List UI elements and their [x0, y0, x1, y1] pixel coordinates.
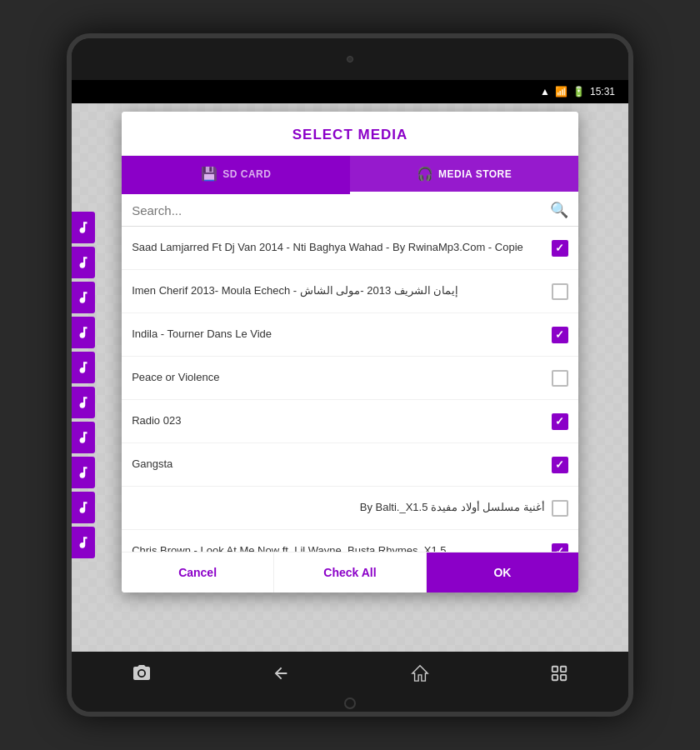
track-list: Saad Lamjarred Ft Dj Van 2014 - Nti Bagh…	[122, 227, 578, 552]
battery-icon: 🔋	[572, 86, 585, 98]
svg-rect-3	[552, 675, 557, 680]
track-checkbox[interactable]	[552, 413, 568, 430]
track-checkbox[interactable]	[552, 240, 568, 257]
track-name: Saad Lamjarred Ft Dj Van 2014 - Nti Bagh…	[132, 240, 545, 255]
time-display: 15:31	[590, 86, 615, 98]
svg-rect-1	[552, 667, 557, 672]
track-checkbox[interactable]	[552, 283, 568, 300]
track-list-item[interactable]: أغنية مسلسل أولاد مفيدة By Balti._X1.5	[122, 487, 578, 530]
track-list-item[interactable]: Gangsta	[122, 443, 578, 487]
tablet-top-bar	[72, 38, 628, 80]
track-checkbox[interactable]	[552, 327, 568, 343]
track-name: Gangsta	[132, 457, 545, 472]
home-nav-button[interactable]	[407, 660, 433, 687]
screen: SELECT MEDIA 💾 SD CARD 🎧 MEDIA STORE 🔍	[72, 103, 628, 652]
track-list-item[interactable]: Saad Lamjarred Ft Dj Van 2014 - Nti Bagh…	[122, 227, 578, 270]
track-checkbox[interactable]	[552, 370, 568, 387]
track-list-item[interactable]: Imen Cherif 2013- Moula Echech - إيمان ا…	[122, 270, 578, 313]
track-name: أغنية مسلسل أولاد مفيدة By Balti._X1.5	[132, 500, 545, 515]
ok-button[interactable]: OK	[427, 552, 578, 592]
wifi-icon: ▲	[540, 86, 550, 98]
tab-sd-card-label: SD CARD	[222, 168, 271, 180]
dialog-footer: Cancel Check All OK	[122, 552, 578, 592]
navigation-bar	[72, 652, 628, 695]
search-bar: 🔍	[122, 194, 578, 227]
bottom-home-circle	[344, 698, 356, 709]
track-name: Imen Cherif 2013- Moula Echech - إيمان ا…	[132, 283, 545, 298]
headphones-icon: 🎧	[417, 166, 434, 182]
select-media-dialog: SELECT MEDIA 💾 SD CARD 🎧 MEDIA STORE 🔍	[122, 112, 578, 592]
tab-sd-card[interactable]: 💾 SD CARD	[122, 156, 350, 194]
track-list-item[interactable]: Indila - Tourner Dans Le Vide	[122, 313, 578, 357]
check-all-button[interactable]: Check All	[274, 552, 427, 592]
tablet-bottom-bar	[72, 695, 628, 712]
front-camera	[347, 56, 353, 62]
tablet-device: ▲ 📶 🔋 15:31	[67, 33, 633, 717]
track-name: Indila - Tourner Dans Le Vide	[132, 327, 545, 342]
search-magnify-icon[interactable]: 🔍	[550, 201, 568, 219]
cancel-button[interactable]: Cancel	[122, 552, 274, 592]
track-list-item[interactable]: Radio 023	[122, 400, 578, 443]
tab-bar: 💾 SD CARD 🎧 MEDIA STORE	[122, 156, 578, 194]
track-name: Chris Brown - Look At Me Now ft. Lil Way…	[132, 543, 545, 552]
svg-marker-0	[412, 666, 427, 681]
dialog-overlay: SELECT MEDIA 💾 SD CARD 🎧 MEDIA STORE 🔍	[72, 103, 628, 652]
status-icons: ▲ 📶 🔋 15:31	[540, 86, 615, 98]
track-checkbox[interactable]	[552, 543, 568, 552]
dialog-title: SELECT MEDIA	[122, 112, 578, 156]
status-bar: ▲ 📶 🔋 15:31	[72, 80, 628, 103]
tab-media-store-label: MEDIA STORE	[438, 168, 512, 180]
recent-nav-button[interactable]	[546, 660, 572, 687]
camera-nav-button[interactable]	[128, 660, 155, 687]
track-list-item[interactable]: Peace or Violence	[122, 357, 578, 400]
track-checkbox[interactable]	[552, 500, 568, 517]
back-nav-button[interactable]	[268, 660, 294, 687]
sd-card-icon: 💾	[201, 166, 218, 182]
svg-rect-2	[560, 667, 565, 672]
track-list-item[interactable]: Chris Brown - Look At Me Now ft. Lil Way…	[122, 530, 578, 552]
track-checkbox[interactable]	[552, 457, 568, 473]
track-name: Peace or Violence	[132, 370, 545, 385]
search-input[interactable]	[132, 203, 550, 218]
svg-rect-4	[560, 675, 565, 680]
signal-icon: 📶	[555, 86, 568, 98]
track-name: Radio 023	[132, 413, 545, 428]
tab-media-store[interactable]: 🎧 MEDIA STORE	[350, 156, 578, 194]
